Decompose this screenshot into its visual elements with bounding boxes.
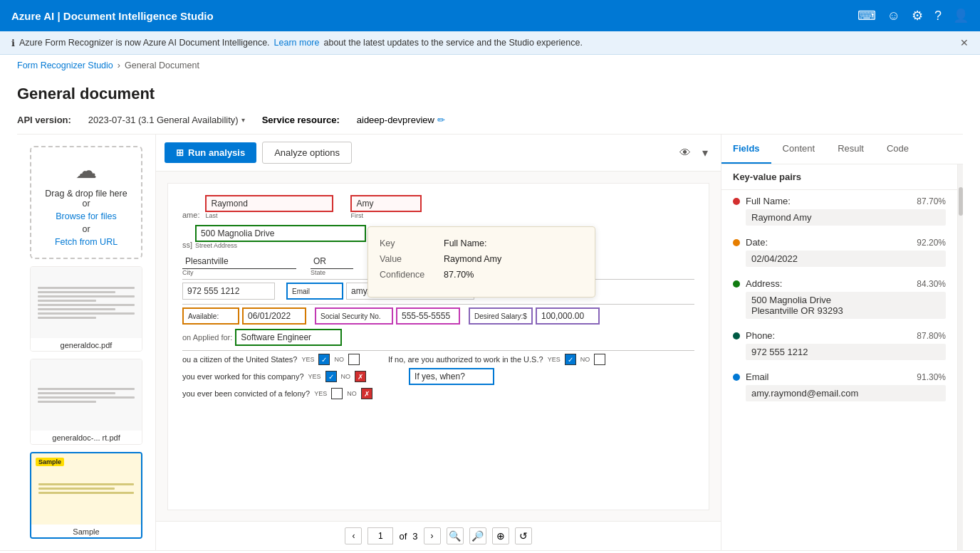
doc-label-2: generaldoc-... rt.pdf — [31, 431, 142, 444]
doc-line — [38, 388, 135, 390]
notification-banner: ℹ Azure Form Recognizer is now Azure AI … — [0, 31, 980, 55]
service-resource-value-area: aideep-devpreview ✏ — [357, 115, 445, 125]
run-analysis-button[interactable]: ⊞ Run analysis — [165, 142, 256, 163]
edit-service-icon[interactable]: ✏ — [437, 115, 445, 125]
kv-dot-phone — [733, 332, 740, 339]
three-column-layout: ☁ Drag & drop file here or Browse for fi… — [17, 134, 963, 550]
breadcrumb-home-link[interactable]: Form Recognizer Studio — [17, 60, 113, 70]
document-thumbnail-3[interactable]: Sample Sample — [30, 452, 142, 539]
work-auth-no-checkbox[interactable] — [594, 354, 605, 365]
city-field: Plesantville — [182, 255, 296, 269]
kv-item-fullname: Full Name: 87.70% Raymond Amy — [733, 196, 946, 226]
street-field: 500 Magnolia Drive — [195, 225, 366, 242]
phone-field: 972 555 1212 — [182, 283, 275, 300]
footer: Privacy & Cookies © Microsoft 2022 — [0, 550, 980, 553]
tab-result[interactable]: Result — [826, 135, 875, 164]
left-panel: ☁ Drag & drop file here or Browse for fi… — [17, 135, 156, 550]
kv-dot-date — [733, 239, 740, 246]
kv-name-address: Address: — [746, 278, 911, 289]
citizen-no-checkbox[interactable] — [348, 354, 360, 365]
user-icon[interactable]: 👤 — [953, 8, 969, 23]
emoji-icon[interactable]: ☺ — [887, 9, 900, 23]
work-auth-yes-checkbox[interactable]: ✓ — [565, 354, 576, 365]
citizen-question: ou a citizen of the United States? — [182, 355, 297, 364]
doc-line — [38, 304, 135, 306]
available-ssn-row: Available: 06/01/2022 Social Security No… — [182, 307, 694, 325]
doc-line — [38, 295, 135, 297]
next-page-button[interactable]: › — [424, 527, 441, 544]
fetch-url-link[interactable]: Fetch from URL — [55, 237, 118, 247]
service-resource-label: Service resource: — [262, 115, 340, 125]
zoom-out-button[interactable]: 🔍 — [447, 527, 464, 544]
form-content: ame: Raymond Last Amy First — [168, 184, 709, 414]
document-thumbnail-1[interactable]: generaldoc.pdf — [30, 266, 142, 352]
worked-yes-checkbox[interactable]: ✓ — [325, 371, 337, 382]
checkbox-row-2: you ever worked for this company? YES ✓ … — [182, 368, 694, 385]
settings-icon[interactable]: ⚙ — [912, 8, 923, 23]
salary-field: 100,000.00 — [536, 307, 600, 325]
tab-fields[interactable]: Fields — [721, 135, 771, 164]
current-page-input[interactable] — [368, 527, 393, 544]
right-panel-inner: Key-value pairs Full Name: 87.70% Raym — [721, 164, 957, 550]
email-label-box: Email — [286, 283, 343, 300]
tooltip-confidence-label: Confidence — [380, 270, 444, 280]
tooltip-key-value: Full Name: — [444, 238, 486, 248]
top-bar-icons: ⌨ ☺ ⚙ ? 👤 — [858, 8, 969, 23]
tab-code[interactable]: Code — [875, 135, 920, 164]
tooltip-confidence-row: Confidence 87.70% — [380, 270, 583, 280]
app-title: Azure AI | Document Intelligence Studio — [11, 10, 214, 22]
fit-page-button[interactable]: ⊕ — [492, 527, 509, 544]
convicted-yes-checkbox[interactable] — [331, 388, 343, 399]
doc-lines-3 — [31, 476, 141, 501]
doc-line — [38, 392, 115, 394]
expand-icon[interactable]: ▾ — [698, 143, 712, 162]
document-toolbar: ⊞ Run analysis Analyze options 👁 ▾ — [156, 135, 721, 172]
sample-badge: Sample — [36, 458, 64, 466]
keyboard-icon[interactable]: ⌨ — [858, 8, 876, 23]
available-label-box: Available: — [182, 307, 239, 325]
learn-more-link[interactable]: Learn more — [274, 38, 320, 48]
kv-item-date-header: Date: 92.20% — [733, 237, 946, 248]
ssn-field: 555-55-5555 — [396, 307, 460, 325]
first-name-field: Amy — [350, 195, 422, 212]
worked-no-checkbox[interactable]: ✗ — [355, 371, 366, 382]
doc-line — [38, 312, 135, 315]
doc-line — [38, 291, 115, 293]
convicted-no-checkbox[interactable]: ✗ — [361, 388, 372, 399]
file-drop-zone[interactable]: ☁ Drag & drop file here or Browse for fi… — [30, 146, 142, 259]
tab-content[interactable]: Content — [771, 135, 827, 164]
banner-close-button[interactable]: ✕ — [960, 37, 969, 48]
help-icon[interactable]: ? — [934, 9, 942, 23]
doc-label-3: Sample — [31, 525, 141, 539]
doc-line — [38, 483, 134, 485]
kv-name-fullname: Full Name: — [746, 196, 911, 206]
doc-line — [38, 287, 135, 289]
breadcrumb-separator: › — [118, 60, 120, 70]
doc-lines-2 — [31, 381, 142, 410]
citizen-yes-checkbox[interactable]: ✓ — [318, 354, 330, 365]
right-scrollbar[interactable] — [957, 164, 963, 550]
document-image: ame: Raymond Last Amy First — [167, 183, 709, 510]
api-version-selector[interactable]: 2023-07-31 (3.1 General Availability) ▾ — [88, 115, 245, 125]
view-toggle-icon[interactable]: 👁 — [675, 143, 695, 162]
analyze-options-button[interactable]: Analyze options — [262, 142, 352, 164]
kv-confidence-date: 92.20% — [917, 238, 946, 248]
doc-line — [38, 300, 96, 302]
kv-value-phone: 972 555 1212 — [746, 344, 946, 360]
kv-list: Full Name: 87.70% Raymond Amy Date: — [721, 190, 957, 550]
rotate-button[interactable]: ↺ — [515, 527, 532, 544]
previous-page-button[interactable]: ‹ — [345, 527, 362, 544]
browse-files-link[interactable]: Browse for files — [56, 211, 116, 221]
toolbar-right-icons: 👁 ▾ — [675, 143, 712, 162]
doc-thumb-image-1 — [31, 267, 142, 338]
right-panel: Fields Content Result Code Key-value pai… — [721, 135, 963, 550]
convicted-question: you ever been convicted of a felony? — [182, 389, 310, 398]
breadcrumb-current: General Document — [125, 60, 199, 70]
zoom-in-button[interactable]: 🔎 — [469, 527, 486, 544]
page-title: General document — [17, 76, 963, 110]
doc-line — [38, 401, 96, 403]
available-date-field: 06/01/2022 — [242, 307, 306, 325]
document-thumbnail-2[interactable]: generaldoc-... rt.pdf — [30, 359, 142, 444]
ssn-label-box: Social Security No. — [315, 307, 393, 325]
doc-thumb-image-2 — [31, 359, 142, 431]
